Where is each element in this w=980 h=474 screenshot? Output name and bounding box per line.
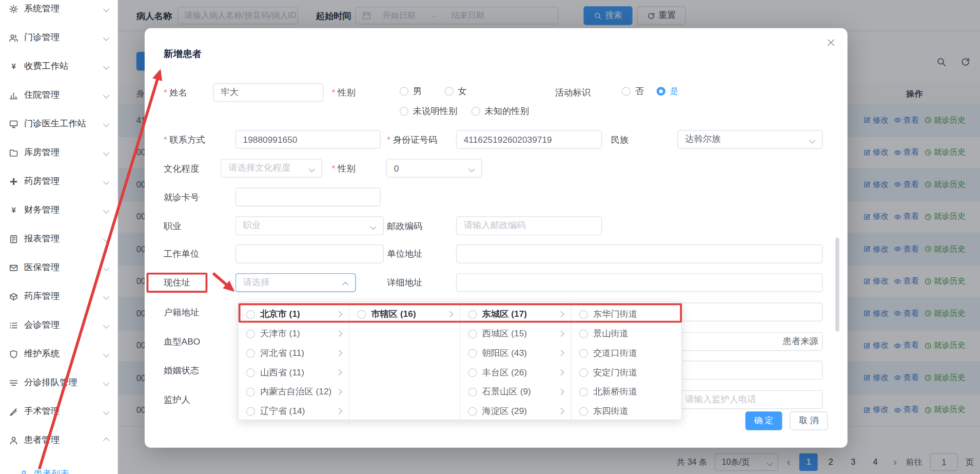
work-unit-input[interactable] — [236, 244, 384, 263]
chart-icon — [9, 90, 18, 100]
contact-input[interactable]: 19880991650 — [236, 130, 381, 149]
active-flag-no[interactable]: 否 — [622, 86, 644, 97]
cascader-option[interactable]: 景山街道 — [572, 324, 682, 344]
radio-icon — [579, 349, 588, 357]
sidebar-item-2[interactable]: ¥收费工作站 — [0, 52, 117, 81]
gender-radio-unspecified[interactable]: 未说明性别 — [400, 106, 458, 117]
chevron-right-icon — [558, 369, 564, 375]
cascader-option[interactable]: 东四街道 — [572, 402, 682, 420]
cascader-option[interactable]: 朝阳区 (43) — [461, 344, 571, 363]
cascader-option[interactable]: 北京市 (1) — [239, 305, 349, 324]
unit-address-label: 单位地址 — [387, 248, 422, 259]
cascader-option[interactable]: 辽宁省 (14) — [239, 402, 349, 420]
chevron-right-icon — [558, 408, 564, 414]
guardian-phone-input[interactable]: 请输入监护人电话 — [677, 390, 822, 409]
cascader-option[interactable]: 河北省 (11) — [239, 344, 349, 363]
cascader-option[interactable]: 交道口街道 — [572, 344, 682, 363]
name-input[interactable]: 牢大 — [213, 83, 323, 102]
sidebar-item-label: 门诊医生工作站 — [24, 118, 99, 129]
postal-code-input[interactable]: 请输入邮政编码 — [456, 216, 602, 235]
sidebar-item-11[interactable]: 会诊管理 — [0, 311, 117, 339]
radio-icon — [246, 387, 255, 396]
modal-scrollbar[interactable] — [835, 238, 839, 332]
confirm-button[interactable]: 确 定 — [746, 411, 782, 430]
cascader-option[interactable]: 内蒙古自治区 (12) — [239, 382, 349, 402]
radio-icon — [579, 310, 588, 318]
detail-address-input[interactable] — [456, 273, 823, 292]
chevron-right-icon — [336, 369, 342, 375]
current-address-select[interactable]: 请选择 — [236, 273, 356, 292]
radio-icon — [246, 329, 255, 338]
radio-icon — [468, 368, 477, 377]
education-select[interactable]: 请选择文化程度 — [221, 159, 322, 178]
sidebar-item-label: 收费工作站 — [24, 61, 99, 72]
chevron-down-icon — [103, 322, 109, 328]
education-label: 文化程度 — [164, 163, 199, 174]
sidebar-item-label: 药房管理 — [24, 176, 99, 187]
radio-icon — [579, 329, 588, 338]
chevron-right-icon — [558, 311, 564, 317]
unit-address-input[interactable] — [456, 244, 823, 263]
id-number-input[interactable]: 411625192602039719 — [456, 130, 602, 149]
cascader-option[interactable]: 天津市 (1) — [239, 324, 349, 344]
cancel-button[interactable]: 取 消 — [790, 411, 828, 430]
cascader-option[interactable]: 市辖区 (16) — [349, 305, 460, 324]
radio-icon — [468, 349, 477, 357]
gender-select[interactable]: 0 — [386, 159, 482, 178]
app-window: 系统管理门诊管理¥收费工作站住院管理门诊医生工作站库房管理药房管理¥财务管理报表… — [0, 0, 980, 474]
close-icon[interactable] — [826, 37, 836, 50]
cascader-column-2: 市辖区 (16) — [349, 302, 460, 420]
gender-label: 性别 — [332, 87, 356, 98]
cascader-option[interactable]: 山西省 (11) — [239, 363, 349, 382]
cascader-option[interactable]: 东城区 (17) — [461, 305, 571, 324]
id-number-label: 身份证号码 — [387, 134, 437, 145]
visit-card-input[interactable] — [236, 187, 381, 206]
sidebar-subitem-label: 患者列表 — [34, 468, 69, 474]
cascader-option[interactable]: 北新桥街道 — [572, 382, 682, 402]
chevron-down-icon — [309, 166, 315, 172]
sidebar-item-14[interactable]: 手术管理 — [0, 397, 117, 426]
chevron-down-icon — [103, 380, 109, 386]
work-unit-label: 工作单位 — [164, 248, 199, 259]
sidebar-item-13[interactable]: 分诊排队管理 — [0, 368, 117, 397]
radio-icon — [468, 329, 477, 338]
sidebar-item-6[interactable]: 药房管理 — [0, 167, 117, 196]
sidebar-item-9[interactable]: 医保管理 — [0, 253, 117, 282]
chevron-right-icon — [447, 311, 453, 317]
ethnicity-select[interactable]: 达斡尔族 — [677, 130, 822, 149]
gender-radio-male[interactable]: 男 — [400, 86, 422, 97]
sidebar-item-8[interactable]: 报表管理 — [0, 224, 117, 253]
sidebar-item-7[interactable]: ¥财务管理 — [0, 196, 117, 224]
sidebar-item-3[interactable]: 住院管理 — [0, 81, 117, 109]
occupation-select[interactable]: 职业 — [236, 216, 384, 235]
cascader-option[interactable]: 石景山区 (9) — [461, 382, 571, 402]
cascader-option[interactable]: 丰台区 (26) — [461, 363, 571, 382]
sidebar-item-0[interactable]: 系统管理 — [0, 0, 117, 23]
sidebar-item-label: 分诊排队管理 — [24, 377, 99, 388]
sidebar-item-4[interactable]: 门诊医生工作站 — [0, 109, 117, 138]
cascader-option[interactable]: 西城区 (15) — [461, 324, 571, 344]
chevron-down-icon — [103, 236, 109, 242]
marital-status-label: 婚姻状态 — [164, 365, 199, 376]
chevron-down-icon — [103, 264, 109, 271]
sidebar-item-1[interactable]: 门诊管理 — [0, 23, 117, 52]
sidebar-item-label: 系统管理 — [24, 3, 99, 14]
sidebar-item-5[interactable]: 库房管理 — [0, 138, 117, 167]
cascader-column-1: 北京市 (1)天津市 (1)河北省 (11)山西省 (11)内蒙古自治区 (12… — [239, 302, 349, 420]
sidebar-item-15[interactable]: 患者管理 — [0, 426, 117, 454]
active-flag-yes[interactable]: 是 — [657, 86, 679, 97]
sidebar-item-patient-list[interactable]: 患者列表 — [0, 462, 117, 474]
chevron-down-icon — [370, 223, 376, 230]
chevron-down-icon — [103, 178, 109, 184]
sidebar-item-12[interactable]: 维护系统 — [0, 339, 117, 368]
cascader-option[interactable]: 安定门街道 — [572, 363, 682, 382]
cascader-option[interactable]: 海淀区 (29) — [461, 402, 571, 420]
gender-radio-female[interactable]: 女 — [445, 86, 467, 97]
report-icon — [9, 234, 18, 243]
radio-icon — [246, 407, 255, 415]
cascader-option[interactable]: 东华门街道 — [572, 305, 682, 324]
yen-icon: ¥ — [9, 62, 18, 71]
sidebar-item-10[interactable]: 药库管理 — [0, 282, 117, 311]
gender-radio-unknown[interactable]: 未知的性别 — [472, 106, 530, 117]
chevron-down-icon — [103, 6, 109, 12]
